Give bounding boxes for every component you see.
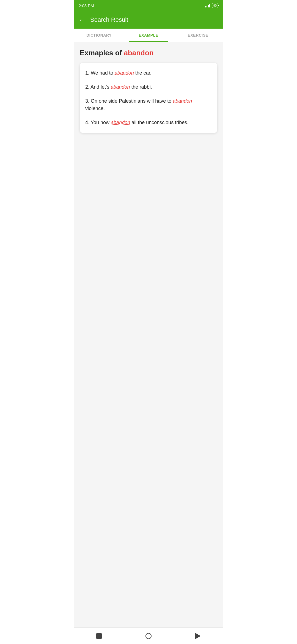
status-icons: 90 (205, 3, 218, 8)
example-3-keyword: abandon (173, 98, 192, 104)
signal-icon (205, 4, 210, 7)
example-4-part2: all the unconscious tribes. (130, 120, 188, 125)
tab-dictionary[interactable]: DICTIONARY (74, 29, 124, 42)
example-2-keyword: abandon (111, 84, 130, 90)
example-item-2: 2. And let's abandon the rabbi. (85, 83, 212, 91)
example-4-number: 4. (85, 120, 91, 125)
example-item-4: 4. You now abandon all the unconscious t… (85, 119, 212, 126)
example-3-number: 3. (85, 98, 91, 104)
nav-back-button[interactable] (195, 633, 201, 639)
example-item-1: 1. We had to abandon the car. (85, 69, 212, 77)
example-1-number: 1. (85, 70, 91, 76)
battery-indicator: 90 (212, 3, 218, 8)
section-heading: Exmaples of abandon (80, 49, 217, 57)
app-bar-title: Search Result (90, 16, 128, 23)
app-bar: ← Search Result (74, 11, 223, 29)
back-icon (195, 633, 201, 639)
example-3-part2: violence. (85, 106, 105, 111)
home-icon (145, 633, 152, 639)
tabs-container: DICTIONARY EXAMPLE EXERCISE (74, 29, 223, 42)
tab-exercise[interactable]: EXERCISE (173, 29, 223, 42)
main-content: Exmaples of abandon 1. We had to abandon… (74, 42, 223, 641)
example-3-part1: On one side Palestinians will have to (91, 98, 173, 104)
example-item-3: 3. On one side Palestinians will have to… (85, 97, 212, 112)
heading-keyword: abandon (124, 49, 153, 57)
examples-card: 1. We had to abandon the car. 2. And let… (80, 63, 217, 133)
status-bar: 2:08 PM 90 (74, 0, 223, 11)
nav-bar (74, 627, 223, 644)
recents-icon (96, 633, 102, 639)
example-4-keyword: abandon (111, 120, 130, 125)
example-1-keyword: abandon (115, 70, 134, 76)
example-4-part1: You now (91, 120, 111, 125)
example-2-part2: the rabbi. (130, 84, 152, 90)
example-2-part1: And let's (90, 84, 111, 90)
back-button[interactable]: ← (79, 16, 86, 23)
tab-example[interactable]: EXAMPLE (124, 29, 173, 42)
heading-prefix: Exmaples of (80, 49, 122, 57)
example-1-part1: We had to (91, 70, 115, 76)
example-2-number: 2. (85, 84, 90, 90)
example-1-part2: the car. (134, 70, 152, 76)
status-time: 2:08 PM (79, 3, 94, 8)
nav-recents-button[interactable] (96, 633, 102, 639)
nav-home-button[interactable] (145, 633, 152, 639)
